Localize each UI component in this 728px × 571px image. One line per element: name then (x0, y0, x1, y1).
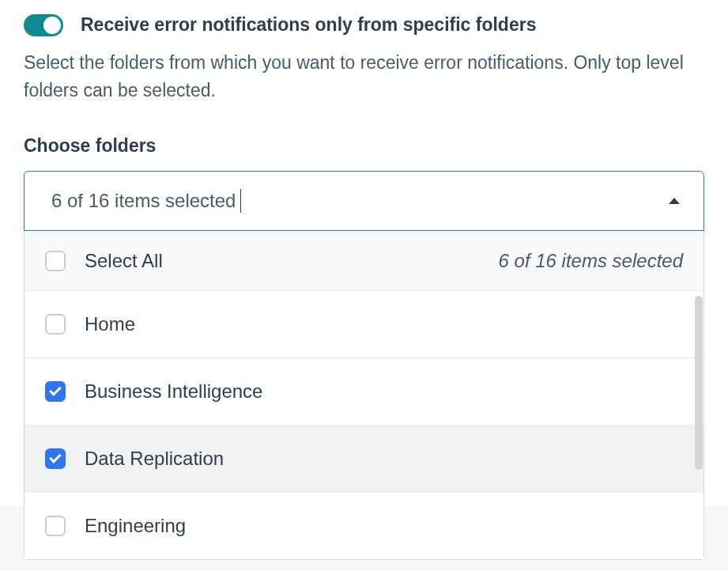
folder-label: Home (85, 313, 135, 335)
folder-checkbox-eng[interactable] (45, 516, 66, 536)
scrollbar[interactable] (695, 296, 703, 470)
select-summary-text: 6 of 16 items selected (51, 190, 236, 212)
folder-checkbox-home[interactable] (45, 314, 66, 335)
select-all-row[interactable]: Select All 6 of 16 items selected (25, 231, 703, 290)
folders-select-control[interactable]: 6 of 16 items selected (24, 171, 704, 231)
folders-dropdown-panel: Select All 6 of 16 items selected Home B… (24, 231, 704, 560)
select-all-checkbox[interactable] (45, 251, 66, 271)
select-summary: 6 of 16 items selected (51, 189, 241, 213)
folder-option-business-intelligence[interactable]: Business Intelligence (25, 357, 703, 425)
notifications-toggle[interactable] (24, 14, 63, 36)
folder-option-data-replication[interactable]: Data Replication (25, 425, 703, 492)
check-icon (49, 384, 62, 396)
folder-checkbox-bi[interactable] (45, 381, 66, 402)
toggle-label: Receive error notifications only from sp… (81, 14, 536, 36)
folder-option-engineering[interactable]: Engineering (25, 492, 703, 559)
toggle-knob (43, 17, 61, 34)
check-icon (49, 451, 62, 463)
folder-label: Data Replication (85, 448, 224, 470)
folder-checkbox-dr[interactable] (45, 448, 66, 469)
select-all-label: Select All (85, 250, 163, 272)
toggle-row: Receive error notifications only from sp… (24, 14, 704, 36)
folder-label: Business Intelligence (85, 380, 262, 403)
folder-label: Engineering (85, 515, 186, 537)
choose-folders-label: Choose folders (24, 135, 704, 157)
selected-count-info: 6 of 16 items selected (499, 250, 683, 272)
text-cursor (240, 189, 241, 213)
chevron-up-icon (669, 198, 680, 204)
toggle-description: Select the folders from which you want t… (24, 49, 704, 104)
folder-option-home[interactable]: Home (25, 290, 703, 357)
